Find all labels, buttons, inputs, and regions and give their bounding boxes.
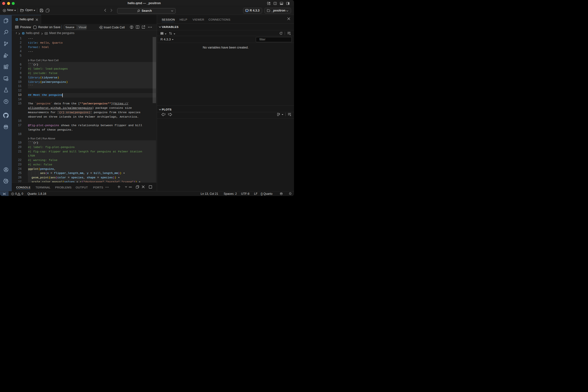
- svg-text:R: R: [246, 10, 248, 12]
